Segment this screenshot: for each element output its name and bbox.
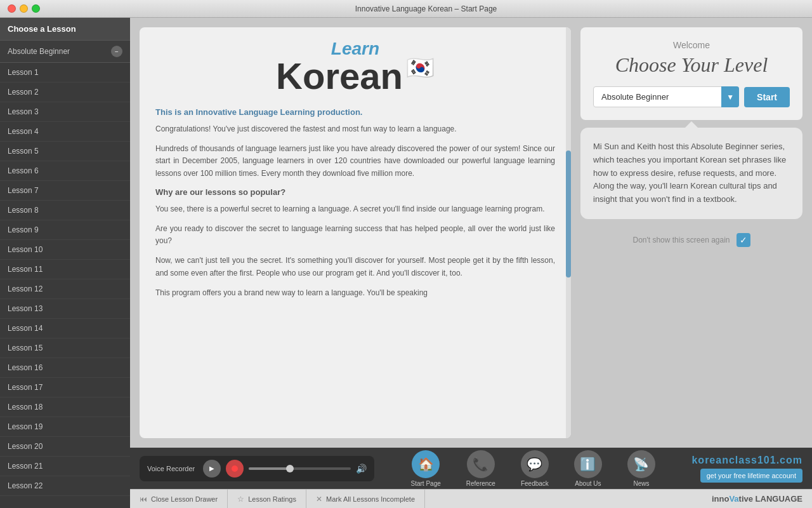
sidebar-level-label: Absolute Beginner <box>8 47 70 56</box>
description-text: Mi Sun and Keith host this Absolute Begi… <box>593 142 786 204</box>
lesson-item-15[interactable]: Lesson 15 <box>0 338 130 358</box>
nav-icon-reference: 📞 <box>467 450 495 478</box>
sidebar-level-row: Absolute Beginner − <box>0 41 130 63</box>
left-panel: Learn Korean 🇰🇷 This is an Innovative La… <box>140 27 571 438</box>
nav-item-news[interactable]: 📡 News <box>615 448 668 490</box>
nav-icons: 🏠 Start Page 📞 Reference 💬 Feedback ℹ️ A… <box>381 448 685 490</box>
lesson-item-20[interactable]: Lesson 20 <box>0 437 130 457</box>
close-window-btn[interactable] <box>8 4 16 13</box>
nav-label-news: News <box>633 480 649 487</box>
lesson-ratings-btn[interactable]: ☆ Lesson Ratings <box>228 490 306 508</box>
choose-level-title: Choose Your Level <box>593 53 790 77</box>
brand-section: koreanclass101.com get your free lifetim… <box>691 455 802 483</box>
scroll-bar[interactable] <box>566 27 571 438</box>
lesson-item-5[interactable]: Lesson 5 <box>0 142 130 161</box>
lesson-item-10[interactable]: Lesson 10 <box>0 240 130 260</box>
nav-label-feedback: Feedback <box>521 480 549 487</box>
lesson-item-2[interactable]: Lesson 2 <box>0 83 130 102</box>
progress-bar[interactable] <box>249 467 351 470</box>
flag-icon: 🇰🇷 <box>406 55 435 81</box>
level-selector: Absolute Beginner ▼ Start <box>593 86 790 107</box>
lesson-item-3[interactable]: Lesson 3 <box>0 102 130 122</box>
why-heading: Why are our lessons so popular? <box>155 187 555 197</box>
welcome-label: Welcome <box>593 40 790 50</box>
intro-para-5: Now, we can't just tell you the secret. … <box>155 255 555 279</box>
lesson-item-14[interactable]: Lesson 14 <box>0 319 130 338</box>
sidebar-collapse-btn[interactable]: − <box>111 46 122 57</box>
brand-name-prefix: koreanclass101.com <box>691 455 802 465</box>
nav-label-reference: Reference <box>466 480 495 487</box>
korean-logo: Learn Korean 🇰🇷 <box>276 40 435 95</box>
lesson-item-9[interactable]: Lesson 9 <box>0 220 130 240</box>
lesson-item-12[interactable]: Lesson 12 <box>0 279 130 299</box>
start-button[interactable]: Start <box>744 87 790 107</box>
close-lesson-label: Close Lesson Drawer <box>151 495 218 503</box>
nav-item-about-us[interactable]: ℹ️ About Us <box>561 448 615 490</box>
nav-item-reference[interactable]: 📞 Reference <box>454 448 508 490</box>
nav-label-start-page: Start Page <box>411 480 441 487</box>
nav-item-start-page[interactable]: 🏠 Start Page <box>398 448 454 490</box>
dont-show-checkbox[interactable]: ✓ <box>737 233 750 247</box>
lesson-item-22[interactable]: Lesson 22 <box>0 476 130 496</box>
lesson-item-6[interactable]: Lesson 6 <box>0 161 130 181</box>
nav-icon-start-page: 🏠 <box>412 450 440 478</box>
footer-brand: innoVative LANGUAGE <box>712 494 812 504</box>
progress-fill <box>249 467 289 470</box>
level-dropdown-container[interactable]: Absolute Beginner ▼ <box>593 86 739 107</box>
footer-brand-accent: Va <box>729 494 738 504</box>
title-bar: Innovative Language Korean – Start Page <box>0 0 812 18</box>
right-panel: Welcome Choose Your Level Absolute Begin… <box>580 27 802 438</box>
level-select[interactable]: Absolute Beginner <box>593 86 739 107</box>
content-area: Learn Korean 🇰🇷 This is an Innovative La… <box>130 18 812 448</box>
play-button[interactable]: ▶ <box>203 460 221 478</box>
minimize-window-btn[interactable] <box>20 4 28 13</box>
nav-icon-news: 📡 <box>627 450 655 478</box>
progress-thumb[interactable] <box>286 465 294 472</box>
lesson-item-13[interactable]: Lesson 13 <box>0 299 130 319</box>
lesson-item-18[interactable]: Lesson 18 <box>0 398 130 417</box>
lesson-item-21[interactable]: Lesson 21 <box>0 457 130 476</box>
intro-para-1: Congratulations! You've just discovered … <box>155 123 555 135</box>
star-icon: ☆ <box>237 495 244 504</box>
mark-incomplete-btn[interactable]: ✕ Mark All Lessons Incomplete <box>306 490 425 508</box>
record-dot-icon <box>232 465 238 472</box>
main-content: Learn Korean 🇰🇷 This is an Innovative La… <box>130 18 812 508</box>
recorder-label: Voice Recorder <box>147 465 195 472</box>
window-controls[interactable] <box>8 4 40 13</box>
skip-icon: ⏮ <box>140 495 147 504</box>
description-bubble: Mi Sun and Keith host this Absolute Begi… <box>580 128 802 219</box>
mark-incomplete-label: Mark All Lessons Incomplete <box>326 495 415 503</box>
lesson-item-17[interactable]: Lesson 17 <box>0 378 130 398</box>
close-lesson-drawer-btn[interactable]: ⏮ Close Lesson Drawer <box>130 490 228 508</box>
lesson-item-1[interactable]: Lesson 1 <box>0 63 130 83</box>
record-button[interactable] <box>226 460 244 478</box>
intro-para-2: Hundreds of thousands of language learne… <box>155 143 555 180</box>
lesson-item-4[interactable]: Lesson 4 <box>0 122 130 142</box>
intro-para-4: Are you ready to discover the secret to … <box>155 223 555 247</box>
x-icon: ✕ <box>316 495 322 504</box>
intro-heading: This is an Innovative Language Learning … <box>155 107 555 117</box>
app-container: Choose a Lesson Absolute Beginner − Less… <box>0 18 812 508</box>
lesson-item-19[interactable]: Lesson 19 <box>0 417 130 437</box>
dont-show-row: Don't show this screen again ✓ <box>580 227 802 253</box>
volume-icon[interactable]: 🔊 <box>356 464 367 474</box>
footer-bar: ⏮ Close Lesson Drawer ☆ Lesson Ratings ✕… <box>130 489 812 508</box>
lesson-item-11[interactable]: Lesson 11 <box>0 260 130 279</box>
lesson-ratings-label: Lesson Ratings <box>248 495 296 503</box>
intro-para-3: You see, there is a powerful secret to l… <box>155 203 555 215</box>
maximize-window-btn[interactable] <box>32 4 40 13</box>
lesson-item-16[interactable]: Lesson 16 <box>0 358 130 378</box>
nav-icon-about-us: ℹ️ <box>574 450 602 478</box>
sidebar-lessons-list: Lesson 1Lesson 2Lesson 3Lesson 4Lesson 5… <box>0 63 130 508</box>
nav-label-about-us: About Us <box>575 480 601 487</box>
nav-item-feedback[interactable]: 💬 Feedback <box>508 448 561 490</box>
intro-body: This is an Innovative Language Learning … <box>140 101 571 438</box>
intro-para-6: This program offers you a brand new way … <box>155 287 555 299</box>
lesson-item-8[interactable]: Lesson 8 <box>0 201 130 220</box>
dont-show-label: Don't show this screen again <box>632 236 730 244</box>
lesson-item-7[interactable]: Lesson 7 <box>0 181 130 201</box>
free-account-button[interactable]: get your free lifetime account <box>700 469 802 483</box>
brand-name: koreanclass101.com <box>691 455 802 466</box>
scroll-thumb[interactable] <box>566 150 571 277</box>
logo-header: Learn Korean 🇰🇷 <box>140 27 571 101</box>
